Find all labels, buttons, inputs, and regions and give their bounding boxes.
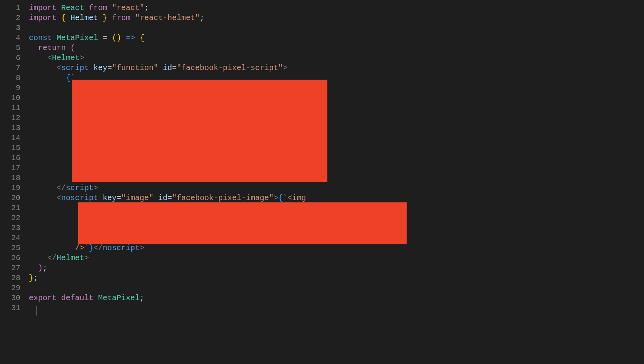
line-number: 25 bbox=[0, 243, 20, 253]
line-number: 3 bbox=[0, 23, 20, 33]
code-line[interactable] bbox=[29, 303, 644, 313]
line-number: 31 bbox=[0, 303, 20, 313]
code-line[interactable]: </script> bbox=[29, 183, 644, 193]
line-number: 18 bbox=[0, 173, 20, 183]
line-number: 20 bbox=[0, 193, 20, 203]
code-line[interactable] bbox=[29, 283, 644, 293]
code-line[interactable]: </Helmet> bbox=[29, 253, 644, 263]
line-number: 2 bbox=[0, 13, 20, 23]
line-number: 17 bbox=[0, 163, 20, 173]
code-line[interactable]: import React from "react"; bbox=[29, 3, 644, 13]
line-number: 30 bbox=[0, 293, 20, 303]
redaction-block bbox=[78, 202, 407, 244]
line-number: 12 bbox=[0, 113, 20, 123]
line-number: 21 bbox=[0, 203, 20, 213]
line-number: 15 bbox=[0, 143, 20, 153]
line-number: 13 bbox=[0, 123, 20, 133]
code-line[interactable]: ); bbox=[29, 263, 644, 273]
code-line[interactable]: />`}</noscript> bbox=[29, 243, 644, 253]
code-line[interactable]: import { Helmet } from "react-helmet"; bbox=[29, 13, 644, 23]
line-number: 11 bbox=[0, 103, 20, 113]
code-line[interactable]: }; bbox=[29, 273, 644, 283]
line-number: 6 bbox=[0, 53, 20, 63]
text-cursor bbox=[37, 306, 37, 316]
code-line[interactable]: return ( bbox=[29, 43, 644, 53]
line-number: 1 bbox=[0, 3, 20, 13]
line-number: 23 bbox=[0, 223, 20, 233]
line-number: 5 bbox=[0, 43, 20, 53]
line-number-gutter: 1 2 3 4 5 6 7 8 9 10 11 12 13 14 15 16 1… bbox=[0, 3, 29, 364]
line-number: 28 bbox=[0, 273, 20, 283]
redaction-block bbox=[72, 80, 327, 182]
line-number: 26 bbox=[0, 253, 20, 263]
line-number: 29 bbox=[0, 283, 20, 293]
code-editor[interactable]: 1 2 3 4 5 6 7 8 9 10 11 12 13 14 15 16 1… bbox=[0, 0, 644, 364]
line-number: 8 bbox=[0, 73, 20, 83]
line-number: 4 bbox=[0, 33, 20, 43]
line-number: 19 bbox=[0, 183, 20, 193]
code-line[interactable]: export default MetaPixel; bbox=[29, 293, 644, 303]
line-number: 16 bbox=[0, 153, 20, 163]
code-line[interactable]: <Helmet> bbox=[29, 53, 644, 63]
code-line[interactable] bbox=[29, 23, 644, 33]
line-number: 14 bbox=[0, 133, 20, 143]
code-line[interactable]: <script key="function" id="facebook-pixe… bbox=[29, 63, 644, 73]
line-number: 9 bbox=[0, 83, 20, 93]
line-number: 24 bbox=[0, 233, 20, 243]
line-number: 22 bbox=[0, 213, 20, 223]
code-area[interactable]: import React from "react"; import { Helm… bbox=[29, 3, 644, 364]
line-number: 27 bbox=[0, 263, 20, 273]
code-line[interactable]: <noscript key="image" id="facebook-pixel… bbox=[29, 193, 644, 203]
code-line[interactable]: const MetaPixel = () => { bbox=[29, 33, 644, 43]
line-number: 7 bbox=[0, 63, 20, 73]
line-number: 10 bbox=[0, 93, 20, 103]
